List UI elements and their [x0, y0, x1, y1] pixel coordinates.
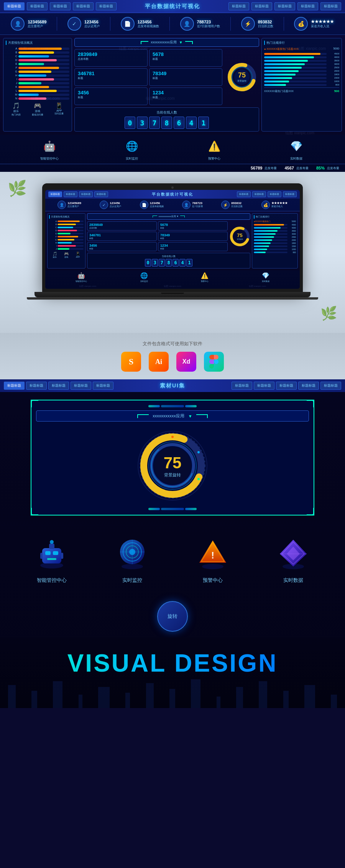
large-selector[interactable]: xxxxxxxxxxx应用 ▼: [36, 410, 309, 422]
doc-icon: 📄: [121, 17, 135, 31]
digit-8: 8: [161, 117, 172, 129]
laptop-screen: 标题标题 标题标题 标题标题 标题标题 平台数据统计可视化 标题标题 标题标题 …: [45, 190, 300, 289]
bottom-pct: 85%: [316, 166, 325, 170]
stat-item-2: ✓ 123456 总认证用户: [67, 17, 100, 31]
nav-tag-r4[interactable]: 标题标题: [297, 2, 318, 10]
mini-stats-row: 👤 12345689总注册用户 ✓ 123456总认证用户 📄 123456总发…: [45, 199, 300, 211]
laptop-section: 🌿 🌿 标题标题 标题标题 标题标题 标题标题 平台数据统计可视化: [0, 172, 345, 333]
svg-point-27: [122, 564, 143, 569]
digit-row: 0 3 7 8 6 4 1: [77, 117, 256, 129]
svg-rect-26: [61, 553, 63, 559]
mini-page-title: 平台数据统计可视化: [152, 192, 193, 197]
stat-label-6: 渠道月收入流: [311, 24, 334, 28]
warning-big-icon: !: [194, 535, 232, 573]
foot-label-3: APP: [54, 109, 64, 112]
el-nav-tag-1[interactable]: 标题标题: [4, 382, 25, 390]
stat-label-1: 总注册用户: [28, 24, 46, 28]
el-nav-tag-5[interactable]: 标题标题: [93, 382, 113, 390]
nav-tag-2[interactable]: 标题标题: [27, 2, 48, 10]
selector-label: xxxxxxxxxxx应用: [151, 40, 177, 45]
sketch-icon: S: [121, 352, 141, 372]
nav-tag-r5[interactable]: 标题标题: [320, 2, 341, 10]
svg-point-16: [197, 451, 200, 453]
ai-icon: Ai: [149, 352, 169, 372]
nav-left: 标题标题 标题标题 标题标题 标题标题 标题标题: [4, 2, 117, 10]
el-nav-tag-3[interactable]: 标题标题: [48, 382, 69, 390]
app-selector[interactable]: xxxxxxxxxxx应用 ▼: [74, 38, 259, 47]
management-label: 智能管控中心: [40, 156, 59, 161]
warning-big-label: 预警中心: [203, 577, 223, 584]
mini-main: 月度报告情况概况 A B C D E F G H I J 🎵娱乐 🎮游戏: [45, 211, 300, 270]
num-val-4: 78349: [153, 71, 219, 76]
nav-tag-5[interactable]: 标题标题: [96, 2, 117, 10]
bottom-num-1: 56789: [251, 166, 263, 170]
rotate-button[interactable]: 旋转: [157, 601, 188, 632]
visual-design-text: VISUAL DESIGN: [12, 649, 334, 677]
laptop-foot: [27, 297, 318, 300]
el-nav-tag-2[interactable]: 标题标题: [26, 382, 47, 390]
large-donut-sub: 背景旋转: [164, 472, 182, 478]
center-panel: xxxxxxxxxxx应用 ▼ 2839849 总发布数 5678 标题: [74, 38, 259, 132]
num-val-5: 3456: [78, 90, 144, 96]
el-nav-tag-4[interactable]: 标题标题: [71, 382, 91, 390]
online-display: 当前在线人数 0 3 7 8 6 4 1: [74, 107, 259, 132]
large-donut-container: 75 背景旋转: [36, 427, 309, 504]
svg-rect-22: [47, 558, 56, 560]
stat-num-1: 12345689: [28, 20, 46, 24]
stat-item-3: 📄 123456 总发布前视频数: [121, 17, 159, 31]
stat-item-1: 👤 12345689 总注册用户: [11, 17, 46, 31]
nav-right: 标题标题 标题标题 标题标题 标题标题 标题标题: [228, 2, 341, 10]
stat-item-5: ⚡ 893832 日活跃总数: [241, 17, 273, 31]
data-icon: 💎: [288, 138, 305, 155]
digit-0: 0: [125, 117, 135, 129]
monitor-big-icon: [113, 535, 151, 573]
left-panel: 月度报告情况概况 A B C D E F G H I J K L M N 🎵: [3, 38, 72, 132]
figma-icon: [204, 352, 224, 372]
plant-left: 🌿: [8, 180, 27, 198]
stat-num-2: 123456: [84, 20, 100, 24]
el-nav-tag-r4[interactable]: 标题标题: [298, 382, 319, 390]
numbers-grid: 2839849 总发布数 5678 标题 346781 标题 78349 标题: [74, 49, 222, 105]
bottom-stats-bar: 56789 总发布量 4567 总发布量 85% 总发布量: [0, 164, 345, 172]
laptop-base: [34, 292, 310, 297]
large-dropdown-arrow[interactable]: ▼: [188, 414, 192, 418]
nav-tag-4[interactable]: 标题标题: [73, 2, 94, 10]
dropdown-arrow[interactable]: ▼: [179, 40, 183, 44]
money-icon: 💰: [294, 17, 308, 31]
svg-point-34: [202, 564, 223, 569]
digit-3: 3: [137, 117, 148, 129]
stat-item-6: 💰 ★★★★★★ 渠道月收入流: [294, 17, 334, 31]
elements-section: 标题标题 标题标题 标题标题 标题标题 标题标题 素材UI集 标题标题 标题标题…: [0, 379, 345, 708]
el-nav-tag-r2[interactable]: 标题标题: [254, 382, 274, 390]
bar-charts: A B C D E F G H I J K L M N: [6, 47, 69, 100]
el-nav-tag-r3[interactable]: 标题标题: [276, 382, 297, 390]
app-icons-row: S Ai Xd: [121, 352, 224, 372]
main-content: 月度报告情况概况 A B C D E F G H I J K L M N 🎵: [0, 35, 345, 135]
page-title: 平台数据统计可视化: [145, 3, 200, 10]
activity-icon: ⚡: [241, 17, 255, 31]
stat-label-2: 总认证用户: [84, 24, 100, 28]
nav-tag-r1[interactable]: 标题标题: [228, 2, 249, 10]
svg-rect-19: [42, 548, 61, 563]
visual-design-footer: VISUAL DESIGN: [0, 637, 345, 708]
large-donut-value: 75: [164, 454, 182, 472]
stat-num-3: 123456: [138, 20, 159, 24]
nav-tag-3[interactable]: 标题标题: [50, 2, 71, 10]
numbers-donut-area: 2839849 总发布数 5678 标题 346781 标题 78349 标题: [74, 49, 259, 105]
top-nav: 标题标题 标题标题 标题标题 标题标题 标题标题 平台数据统计可视化 标题标题 …: [0, 0, 345, 13]
user2-icon: 👤: [180, 17, 194, 31]
stat-num-4: 788723: [197, 20, 220, 24]
svg-rect-23: [49, 544, 54, 549]
nav-tag-r2[interactable]: 标题标题: [251, 2, 272, 10]
elements-title: 素材UI集: [160, 382, 185, 389]
el-nav-tag-r1[interactable]: 标题标题: [232, 382, 252, 390]
el-nav-tag-r5[interactable]: 标题标题: [320, 382, 341, 390]
nav-tag-r3[interactable]: 标题标题: [274, 2, 295, 10]
check-icon: ✓: [67, 17, 81, 31]
icon-item-warning: ⚠️ 预警中心: [205, 138, 223, 161]
nav-tag-1[interactable]: 标题标题: [4, 2, 25, 10]
num-val-2: 5678: [153, 51, 219, 57]
svg-point-17: [197, 478, 200, 480]
stat-label-3: 总发布前视频数: [138, 24, 159, 28]
foot-label-2: 游戏: [32, 109, 43, 113]
